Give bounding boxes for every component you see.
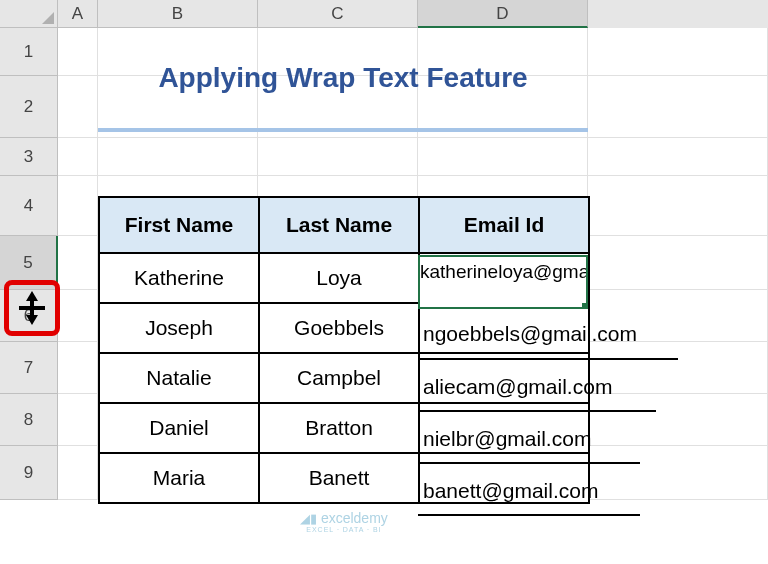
- header-first-name[interactable]: First Name: [99, 197, 259, 253]
- cell-first-name[interactable]: Katherine: [99, 253, 259, 303]
- col-header-D[interactable]: D: [418, 0, 588, 28]
- cell-E2[interactable]: [588, 76, 768, 138]
- cell-first-name[interactable]: Maria: [99, 453, 259, 503]
- cell-first-name[interactable]: Joseph: [99, 303, 259, 353]
- column-header-row: A B C D: [0, 0, 768, 28]
- cell-email-overflow: aliecam@gmail.com: [423, 375, 612, 399]
- data-table: First Name Last Name Email Id Katherine …: [98, 196, 590, 504]
- cell-bottom-border: [418, 514, 640, 516]
- cell-A2[interactable]: [58, 76, 98, 138]
- cell-last-name[interactable]: Bratton: [259, 403, 419, 453]
- cell-bottom-border: [418, 410, 656, 412]
- cell-bottom-border: [418, 462, 640, 464]
- cell-D3[interactable]: [418, 138, 588, 176]
- cell-A5[interactable]: [58, 236, 98, 290]
- row-header-1[interactable]: 1: [0, 28, 58, 76]
- page-title: Applying Wrap Text Feature: [98, 28, 588, 128]
- spreadsheet-area: A B C D 1 2 3 4 5 6 7 8 9 Applying Wrap …: [0, 0, 768, 564]
- row-header-7[interactable]: 7: [0, 342, 58, 394]
- cell-A3[interactable]: [58, 138, 98, 176]
- col-header-C[interactable]: C: [258, 0, 418, 28]
- cell-email-overflow: nielbr@gmail.com: [423, 427, 591, 451]
- cell-bottom-border: [418, 358, 678, 360]
- cell-C3[interactable]: [258, 138, 418, 176]
- cell-A4[interactable]: [58, 176, 98, 236]
- cell-A8[interactable]: [58, 394, 98, 446]
- cell-last-name[interactable]: Banett: [259, 453, 419, 503]
- row-resize-callout: [4, 280, 60, 336]
- col-header-B[interactable]: B: [98, 0, 258, 28]
- select-all-corner[interactable]: [0, 0, 58, 28]
- cell-E5[interactable]: [588, 236, 768, 290]
- cell-first-name[interactable]: Natalie: [99, 353, 259, 403]
- title-underline: [98, 128, 588, 132]
- col-header-A[interactable]: A: [58, 0, 98, 28]
- row-header-2[interactable]: 2: [0, 76, 58, 138]
- cell-email[interactable]: [419, 253, 589, 303]
- cell-first-name[interactable]: Daniel: [99, 403, 259, 453]
- row-resize-cursor-icon[interactable]: [17, 293, 47, 323]
- watermark-icon: ◢▮: [300, 511, 317, 526]
- cell-email-overflow: banett@gmail.com: [423, 479, 598, 503]
- row-header-9[interactable]: 9: [0, 446, 58, 500]
- cell-E3[interactable]: [588, 138, 768, 176]
- table-row: Katherine Loya: [99, 253, 589, 303]
- cell-A9[interactable]: [58, 446, 98, 500]
- cell-E8[interactable]: [588, 394, 768, 446]
- cell-E4[interactable]: [588, 176, 768, 236]
- cell-E7[interactable]: [588, 342, 768, 394]
- header-email-id[interactable]: Email Id: [419, 197, 589, 253]
- cell-last-name[interactable]: Campbel: [259, 353, 419, 403]
- row-header-4[interactable]: 4: [0, 176, 58, 236]
- cell-email-overflow: ngoebbels@gmail.com: [423, 322, 637, 346]
- watermark-brand: exceldemy: [321, 510, 388, 526]
- cell-A1[interactable]: [58, 28, 98, 76]
- watermark: ◢▮ exceldemy EXCEL · DATA · BI: [300, 510, 388, 533]
- cell-A6[interactable]: [58, 290, 98, 342]
- cell-E1[interactable]: [588, 28, 768, 76]
- row-header-3[interactable]: 3: [0, 138, 58, 176]
- header-last-name[interactable]: Last Name: [259, 197, 419, 253]
- cell-A7[interactable]: [58, 342, 98, 394]
- row-header-8[interactable]: 8: [0, 394, 58, 446]
- cell-last-name[interactable]: Loya: [259, 253, 419, 303]
- cell-B3[interactable]: [98, 138, 258, 176]
- cell-E9[interactable]: [588, 446, 768, 500]
- watermark-tagline: EXCEL · DATA · BI: [300, 526, 388, 533]
- cell-last-name[interactable]: Goebbels: [259, 303, 419, 353]
